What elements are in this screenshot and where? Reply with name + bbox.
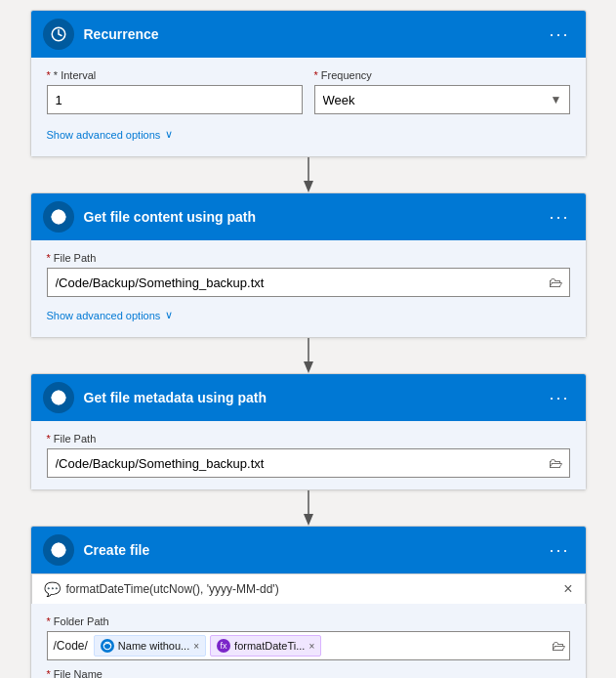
frequency-select-wrapper: Minute Hour Day Week Month ▼ — [314, 85, 570, 114]
recurrence-header: Recurrence ··· — [31, 11, 586, 58]
file-path-metadata-label: * File Path — [47, 433, 570, 445]
recurrence-show-advanced[interactable]: Show advanced options ∨ — [47, 124, 570, 145]
show-advanced-label-1: Show advanced options — [47, 129, 161, 141]
get-file-content-card: Get file content using path ··· * File P… — [30, 192, 587, 338]
frequency-group: * Frequency Minute Hour Day Week Month ▼ — [314, 69, 570, 114]
svg-marker-8 — [304, 514, 313, 526]
show-advanced-chevron-1: ∨ — [165, 128, 173, 141]
folder-name-cloud-icon — [101, 639, 114, 653]
tooltip-text: formatDateTime(utcNow(), 'yyyy-MM-dd') — [66, 582, 279, 596]
create-file-icon — [43, 534, 74, 566]
frequency-select[interactable]: Minute Hour Day Week Month — [314, 85, 570, 114]
file-path-content-group: * File Path 🗁 — [47, 252, 570, 297]
create-file-header: Create file ··· — [31, 527, 586, 573]
get-file-content-title: Get file content using path — [84, 209, 546, 225]
file-name-group: * File Name Name without extension × fx … — [47, 668, 570, 678]
folder-path-browse-btn[interactable]: 🗁 — [552, 638, 565, 654]
file-path-content-input[interactable] — [47, 268, 570, 297]
frequency-label: * Frequency — [314, 69, 570, 81]
recurrence-card: Recurrence ··· * * Interval * Frequency … — [30, 10, 587, 157]
get-file-content-menu[interactable]: ··· — [545, 203, 573, 232]
file-path-metadata-input[interactable] — [47, 448, 570, 478]
interval-label: * * Interval — [47, 69, 303, 81]
get-file-content-icon — [43, 201, 74, 233]
file-path-metadata-wrapper: 🗁 — [47, 448, 570, 478]
get-file-metadata-header: Get file metadata using path ··· — [31, 374, 586, 421]
recurrence-title: Recurrence — [84, 26, 546, 42]
folder-path-group: * Folder Path /Code/ Name withou... × fx… — [47, 615, 570, 660]
folder-path-text-token: /Code/ — [52, 635, 90, 657]
folder-path-datetime-token[interactable]: fx formatDateTi... × — [210, 635, 321, 657]
tooltip-bar: 💬 formatDateTime(utcNow(), 'yyyy-MM-dd')… — [31, 573, 586, 604]
get-file-content-body: * File Path 🗁 Show advanced options ∨ — [31, 240, 586, 337]
file-path-metadata-group: * File Path 🗁 — [47, 433, 570, 478]
get-file-metadata-menu[interactable]: ··· — [545, 384, 573, 412]
show-advanced-chevron-2: ∨ — [165, 309, 173, 321]
folder-path-token-input[interactable]: /Code/ Name withou... × fx formatDateTi.… — [47, 631, 570, 660]
recurrence-menu[interactable]: ··· — [545, 21, 573, 49]
interval-input[interactable] — [47, 85, 303, 114]
folder-name-token-close[interactable]: × — [193, 641, 199, 652]
tooltip-message-icon: 💬 — [44, 581, 61, 597]
get-file-metadata-body: * File Path 🗁 — [31, 421, 586, 489]
create-file-body: * Folder Path /Code/ Name withou... × fx… — [31, 604, 586, 678]
create-file-title: Create file — [84, 542, 546, 558]
interval-group: * * Interval — [47, 69, 303, 114]
recurrence-icon — [43, 19, 74, 50]
svg-marker-5 — [304, 361, 313, 373]
create-file-menu[interactable]: ··· — [545, 536, 573, 565]
file-path-metadata-folder-icon[interactable]: 🗁 — [549, 455, 562, 471]
flow-container: Recurrence ··· * * Interval * Frequency … — [10, 10, 606, 678]
get-file-content-header: Get file content using path ··· — [31, 193, 586, 240]
file-path-content-label: * File Path — [47, 252, 570, 264]
folder-path-name-token[interactable]: Name withou... × — [94, 635, 206, 657]
folder-datetime-token-close[interactable]: × — [308, 641, 314, 652]
show-advanced-label-2: Show advanced options — [47, 310, 161, 321]
get-file-metadata-title: Get file metadata using path — [84, 390, 546, 405]
get-file-content-show-advanced[interactable]: Show advanced options ∨ — [47, 305, 570, 325]
folder-path-label: * Folder Path — [47, 615, 570, 627]
tooltip-close[interactable]: × — [563, 580, 572, 598]
recurrence-body: * * Interval * Frequency Minute Hour Day… — [31, 58, 586, 156]
recurrence-fields-row: * * Interval * Frequency Minute Hour Day… — [47, 69, 570, 114]
file-path-content-folder-icon[interactable]: 🗁 — [549, 275, 562, 290]
arrow-3 — [299, 490, 318, 526]
create-file-card: Create file ··· 💬 formatDateTime(utcNow(… — [30, 526, 587, 678]
folder-datetime-fx-icon: fx — [217, 639, 230, 653]
arrow-1 — [299, 157, 318, 192]
file-path-content-wrapper: 🗁 — [47, 268, 570, 297]
arrow-2 — [299, 338, 318, 373]
file-name-label: * File Name — [47, 668, 570, 678]
get-file-metadata-icon — [43, 382, 74, 413]
get-file-metadata-card: Get file metadata using path ··· * File … — [30, 373, 587, 490]
svg-marker-2 — [304, 181, 313, 192]
